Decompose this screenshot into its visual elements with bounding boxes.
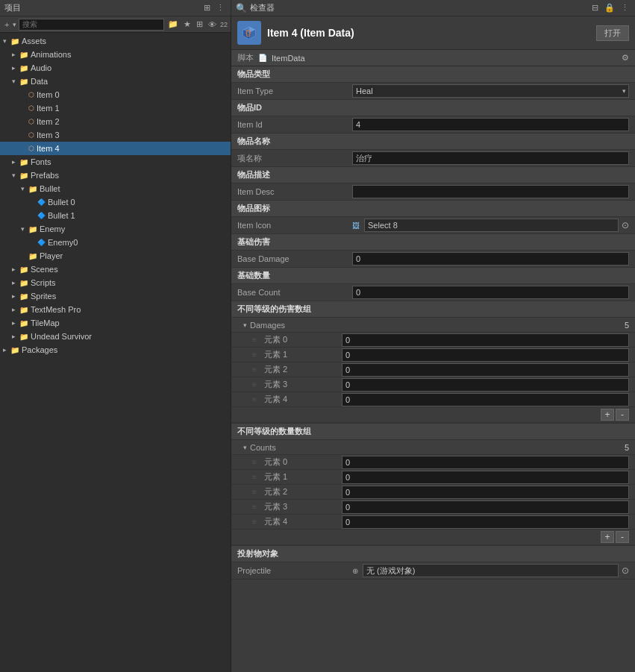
tree-item-enemy0[interactable]: 🔷 Enemy0 (0, 236, 231, 249)
item-desc-label: Item Desc (237, 187, 349, 196)
eye-icon[interactable]: 👁 (207, 19, 218, 30)
base-count-input[interactable] (352, 286, 629, 299)
item-id-cn: 物品ID (237, 102, 262, 113)
drag-handle-2: ≡ (252, 365, 261, 374)
tree-item-assets[interactable]: ▾ 📁 Assets (0, 34, 231, 48)
counts-add-btn[interactable]: + (601, 531, 614, 543)
count-input-3[interactable] (342, 500, 629, 514)
base-count-label: Base Count (237, 288, 349, 297)
tree-item-undeadsurvivor[interactable]: ▸ 📁 Undead Survivor (0, 330, 231, 343)
open-button[interactable]: 打开 (596, 25, 629, 41)
left-tab-bar: 项目 ⊞ ⋮ (0, 0, 231, 16)
item-type-header: 物品类型 (231, 66, 635, 83)
damage-item-3: ≡ 元素 3 (231, 377, 635, 392)
tree-item-audio[interactable]: ▸ 📁 Audio (0, 61, 231, 75)
inspector-options-icon[interactable]: ⋮ (619, 2, 631, 13)
item-title: Item 4 (Item Data) (267, 27, 354, 39)
count-item-2: ≡ 元素 2 (231, 485, 635, 500)
item-id-value (352, 118, 629, 131)
tree-item-item4[interactable]: ⬡ Item 4 (0, 142, 231, 155)
damages-name: Damages (250, 321, 285, 330)
add-button[interactable]: + (3, 19, 10, 30)
item-id-input[interactable] (352, 118, 629, 131)
left-toolbar: + ▾ 📁 ★ ⊞ 👁 22 (0, 16, 231, 33)
tree-item-player[interactable]: 📁 Player (0, 249, 231, 263)
tree-item-fonts[interactable]: ▸ 📁 Fonts (0, 155, 231, 169)
tree-item-packages[interactable]: ▸ 📁 Packages (0, 343, 231, 357)
item-type-select-wrapper: Heal ▾ (352, 84, 629, 98)
inspector-layout-icon[interactable]: ⊟ (590, 2, 600, 13)
tree-item-prefabs[interactable]: ▾ 📁 Prefabs (0, 169, 231, 182)
filter-icon[interactable]: ⊞ (195, 19, 204, 30)
damage-input-2[interactable] (342, 363, 629, 377)
item-type-row: Item Type Heal ▾ (231, 83, 635, 99)
item-icon-section: 物品图标 Item Icon 🖼 ⊙ (231, 201, 635, 234)
damages-add-btn[interactable]: + (601, 409, 614, 421)
base-count-header: 基础数量 (231, 268, 635, 284)
counts-remove-btn[interactable]: - (616, 531, 629, 543)
tree-item-item2[interactable]: ⬡ Item 2 (0, 115, 231, 128)
count-input-2[interactable] (342, 486, 629, 499)
favorites-icon[interactable]: ★ (182, 19, 193, 30)
counts-array-header: 不同等级的数量数组 (231, 424, 635, 440)
base-count-value (352, 286, 629, 299)
projectile-select-btn[interactable]: ⊙ (622, 565, 629, 576)
drag-handle-3: ≡ (252, 380, 261, 389)
tree-item-item3[interactable]: ⬡ Item 3 (0, 128, 231, 142)
damage-input-0[interactable] (342, 333, 629, 347)
count-input-1[interactable] (342, 471, 629, 484)
damage-input-1[interactable] (342, 348, 629, 362)
count-input-4[interactable] (342, 515, 629, 529)
drag-handle-0: ≡ (252, 336, 261, 344)
tree-item-scripts[interactable]: ▸ 📁 Scripts (0, 276, 231, 289)
tree-item-data[interactable]: ▾ 📁 Data (0, 75, 231, 88)
tree-item-tilemap[interactable]: ▸ 📁 TileMap (0, 316, 231, 330)
projectile-input[interactable] (363, 564, 619, 577)
base-damage-input[interactable] (352, 252, 629, 266)
tree-item-animations[interactable]: ▸ 📁 Animations (0, 48, 231, 61)
damages-array-buttons: + - (231, 407, 635, 423)
base-count-section: 基础数量 Base Count (231, 268, 635, 301)
options-icon[interactable]: ⋮ (215, 2, 226, 13)
tree-item-sprites[interactable]: ▸ 📁 Sprites (0, 289, 231, 303)
counts-arrow: ▾ (243, 444, 247, 451)
item-desc-input[interactable] (352, 185, 629, 198)
count-label: 22 (220, 21, 228, 28)
item-icon-select-btn[interactable]: ⊙ (622, 220, 629, 230)
damages-remove-btn[interactable]: - (616, 409, 629, 421)
base-damage-section: 基础伤害 Base Damage (231, 234, 635, 268)
gameobject-icon: ⊕ (352, 567, 358, 575)
script-gear-icon: ⚙ (622, 53, 629, 63)
count-input-0[interactable] (342, 456, 629, 469)
tree-item-item1[interactable]: ⬡ Item 1 (0, 101, 231, 115)
item-name-input[interactable] (352, 151, 629, 165)
right-panel: {} Item 4 (Item Data) 打开 脚本 📄 ItemData ⚙… (231, 16, 635, 672)
tree-item-bullet0[interactable]: 🔷 Bullet 0 (0, 195, 231, 209)
item-id-header: 物品ID (231, 100, 635, 116)
lock-icon[interactable]: ⊞ (202, 2, 212, 13)
tree-item-scenes[interactable]: ▸ 📁 Scenes (0, 263, 231, 276)
tree-item-bullet1[interactable]: 🔷 Bullet 1 (0, 209, 231, 222)
damages-array-header: 不同等级的伤害数组 (231, 301, 635, 318)
tree-item-bullet[interactable]: ▾ 📁 Bullet (0, 182, 231, 195)
item-desc-header: 物品描述 (231, 167, 635, 183)
damage-input-3[interactable] (342, 378, 629, 392)
base-damage-header: 基础伤害 (231, 234, 635, 251)
item-name-section: 物品名称 项名称 (231, 134, 635, 167)
damage-input-4[interactable] (342, 393, 629, 406)
tree-item-item0[interactable]: ⬡ Item 0 (0, 88, 231, 101)
item-icon-input[interactable] (364, 219, 619, 232)
projectile-row: Projectile ⊕ ⊙ (231, 562, 635, 579)
counts-count: 5 (625, 443, 629, 452)
count-item-0: ≡ 元素 0 (231, 455, 635, 470)
base-damage-label: Base Damage (237, 254, 349, 263)
inspector-header: {} Item 4 (Item Data) 打开 (231, 16, 635, 50)
folder-icon[interactable]: 📁 (166, 19, 180, 30)
item-name-row: 项名称 (231, 150, 635, 166)
counts-name: Counts (250, 443, 276, 452)
search-input[interactable] (19, 19, 164, 31)
item-type-select[interactable]: Heal (352, 84, 629, 98)
tree-item-textmeshpro[interactable]: ▸ 📁 TextMesh Pro (0, 303, 231, 316)
inspector-lock-icon[interactable]: 🔒 (603, 2, 616, 13)
tree-item-enemy[interactable]: ▾ 📁 Enemy (0, 222, 231, 236)
